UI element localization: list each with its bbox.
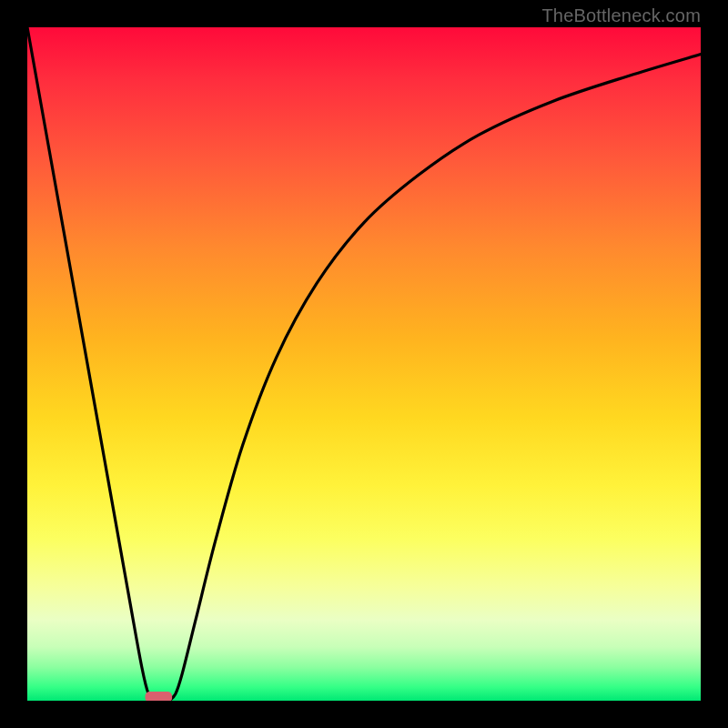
watermark-text: TheBottleneck.com — [541, 5, 701, 26]
plot-area — [27, 27, 701, 701]
chart-frame: TheBottleneck.com — [0, 0, 728, 728]
bottleneck-curve — [27, 27, 701, 701]
curve-layer — [27, 27, 701, 701]
optimal-marker — [146, 692, 173, 701]
